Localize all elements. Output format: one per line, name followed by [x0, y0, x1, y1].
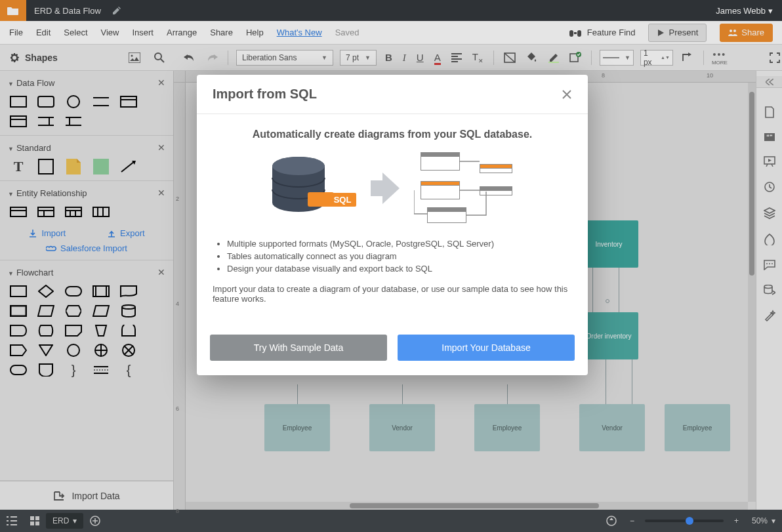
- sql-badge: SQL: [329, 193, 357, 207]
- modal-illustration: SQL: [213, 152, 572, 224]
- bullet-item: Multiple supported formats (MySQL, Oracl…: [227, 239, 572, 249]
- try-sample-button[interactable]: Try With Sample Data: [210, 335, 387, 361]
- modal-bullets: Multiple supported formats (MySQL, Oracl…: [213, 239, 572, 274]
- modal-headline: Automatically create diagrams from your …: [213, 129, 572, 140]
- arrow-right-icon: [371, 169, 400, 208]
- import-database-button[interactable]: Import Your Database: [398, 335, 575, 361]
- bullet-item: Design your database visually and export…: [227, 264, 572, 274]
- modal-paragraph: Import your data to create a diagram of …: [213, 284, 572, 304]
- database-icon: [266, 155, 338, 221]
- svg-point-75: [272, 157, 325, 175]
- bullet-item: Tables automatically connect as you diag…: [227, 251, 572, 261]
- mini-diagram: [414, 152, 519, 224]
- modal-title: Import from SQL: [213, 87, 317, 102]
- import-sql-modal: Import from SQL Automatically create dia…: [197, 75, 588, 375]
- close-icon[interactable]: [562, 89, 572, 100]
